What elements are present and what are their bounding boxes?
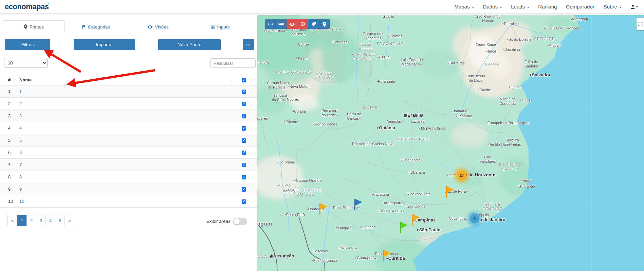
page-size-select[interactable]: 10 <box>4 58 48 67</box>
map-label: Maringá∘ <box>336 226 352 230</box>
flag-marker-juiz-de-fora[interactable] <box>445 186 455 199</box>
tab-pontos[interactable]: Pontos <box>3 20 65 33</box>
point-name-link[interactable]: 4 <box>19 125 22 131</box>
page-button-2[interactable]: 2 <box>26 215 36 226</box>
row-checkbox[interactable] <box>242 199 246 204</box>
flag-marker-green[interactable] <box>399 221 408 235</box>
map-label: Cascavel∘ <box>313 249 330 253</box>
map-label: ∘Rio Verde <box>350 142 368 146</box>
page-button-5[interactable]: 5 <box>55 215 65 226</box>
flag-marker-curitiba[interactable] <box>382 250 392 263</box>
map-label: ∘Vitória <box>519 178 532 183</box>
user-menu[interactable]: ▾ <box>630 4 638 9</box>
map-tool-ruler-icon[interactable] <box>276 19 287 29</box>
exibir-areas-toggle[interactable] <box>233 218 247 225</box>
point-name-link[interactable]: 8 <box>19 174 22 179</box>
map-label: ∘São Carlos <box>404 204 425 209</box>
importar-button[interactable]: Importar <box>74 39 135 50</box>
row-checkbox[interactable] <box>242 175 246 179</box>
map-label: Bonito∘ <box>283 189 296 193</box>
nav-item-dados[interactable]: Dados ▾ <box>483 4 502 9</box>
point-name-link[interactable]: 7 <box>19 162 22 167</box>
panel-tabs: PontosCategoriasVisõesInputs <box>3 20 254 33</box>
flag-marker-pres-prudente[interactable] <box>353 198 363 212</box>
point-name-link[interactable]: 6 <box>19 150 22 155</box>
map-canvas[interactable]: ∘GuaraíAlta Floresta∘Guarantã do NorteCA… <box>257 15 644 271</box>
map-label: Araraquara∘ <box>384 201 405 205</box>
map-label: ∘Maceió <box>566 26 580 31</box>
map-tool-arrows-horizontal-icon[interactable] <box>265 19 276 29</box>
map-label: ∘Janaúba <box>455 114 472 118</box>
novo-ponto-button[interactable]: Novo Ponto <box>158 39 221 50</box>
point-name-link[interactable]: 10 <box>19 199 24 204</box>
point-name-link[interactable]: 2 <box>19 101 22 106</box>
point-name-link[interactable]: 9 <box>19 187 22 192</box>
sort-left-icon[interactable]: ↓↑ <box>230 77 233 82</box>
filtros-button[interactable]: Filtros <box>5 39 50 50</box>
map-label: OSA <box>257 254 267 259</box>
table-row: 5 5 <box>0 134 257 147</box>
row-checkbox[interactable] <box>242 138 246 143</box>
page-prev-button[interactable]: < <box>7 215 17 226</box>
map-label: -NAWÊ <box>257 61 270 65</box>
map-label: ∘Montes Claros <box>419 126 445 131</box>
map-tool-eye-icon[interactable] <box>287 19 297 29</box>
map-toolbar <box>265 19 330 29</box>
row-checkbox[interactable] <box>242 90 246 94</box>
sort-right-icon[interactable]: ↓↑ <box>251 77 254 82</box>
top-navbar: economapas Mapas ▾Dados ▾Leads ▾RankingC… <box>0 0 644 14</box>
app-logo[interactable]: economapas <box>5 2 49 11</box>
nav-item-leads[interactable]: Leads ▾ <box>511 4 529 9</box>
map-label: Eunápolis∘ <box>487 121 506 125</box>
row-checkbox[interactable] <box>242 114 246 118</box>
more-options-button[interactable]: ••• <box>243 39 254 50</box>
row-checkbox[interactable] <box>242 126 246 131</box>
flag-marker-dourados[interactable] <box>318 203 328 216</box>
select-all-checkbox[interactable] <box>242 78 246 82</box>
map-label: Anápolis∘ <box>386 119 403 124</box>
cluster-marker-27[interactable]: 27 <box>457 171 466 180</box>
row-index: 1 <box>8 89 11 94</box>
map-label: ∘Sinop <box>295 57 307 61</box>
map-label: ∘Maragogi <box>570 17 588 21</box>
page-next-button[interactable]: > <box>65 215 74 226</box>
map-label: ∘Salvador <box>529 73 550 78</box>
map-label: PARANÁ <box>338 246 357 250</box>
point-name-link[interactable]: 3 <box>19 113 22 118</box>
row-index: 8 <box>8 174 11 179</box>
flag-marker-campinas[interactable] <box>411 214 420 227</box>
point-name-link[interactable]: 5 <box>19 138 22 143</box>
table-row: 2 2 <box>0 98 257 110</box>
app-logo-text: economapas <box>5 2 49 11</box>
map-tool-pin-icon[interactable] <box>319 19 330 29</box>
map-label: Guarantã do Norte <box>291 27 306 36</box>
map-label: ∘Xique-Xique <box>474 42 496 47</box>
map-label: ∘Campo Novo do Parecis <box>264 81 289 89</box>
page-button-3[interactable]: 3 <box>36 215 46 226</box>
nav-item-ranking[interactable]: Ranking <box>538 4 557 9</box>
row-checkbox[interactable] <box>242 151 246 155</box>
map-label: Gov. Valadares <box>480 155 496 163</box>
row-checkbox[interactable] <box>242 102 246 106</box>
nav-item-sobre[interactable]: Sobre ▾ <box>604 4 621 9</box>
map-label: ∘Barreiras <box>447 61 465 65</box>
cluster-marker-5[interactable]: 5 <box>470 214 479 223</box>
tab-vis-es[interactable]: Visões <box>127 20 189 33</box>
tab-categorias[interactable]: Categorias <box>65 20 127 33</box>
nav-item-comparador[interactable]: Comparador <box>566 4 594 9</box>
map-label: ESPÍRITO SANTO <box>499 162 521 171</box>
tab-inputs[interactable]: Inputs <box>189 20 251 33</box>
page-button-1[interactable]: 1 <box>17 215 27 226</box>
map-label: ∘Palmas <box>387 34 402 38</box>
fullscreen-button[interactable] <box>637 18 644 30</box>
flag-icon <box>82 25 86 29</box>
page-button-4[interactable]: 4 <box>45 215 55 226</box>
map-tool-target-icon[interactable] <box>297 19 308 29</box>
sort-index-icon[interactable]: ↓↑ <box>13 77 16 82</box>
point-name-link[interactable]: 1 <box>19 89 22 94</box>
row-checkbox[interactable] <box>242 187 246 192</box>
row-checkbox[interactable] <box>242 163 246 167</box>
search-input[interactable] <box>210 58 256 68</box>
map-tool-tag-icon[interactable] <box>308 19 319 29</box>
nav-item-mapas[interactable]: Mapas ▾ <box>454 4 474 9</box>
